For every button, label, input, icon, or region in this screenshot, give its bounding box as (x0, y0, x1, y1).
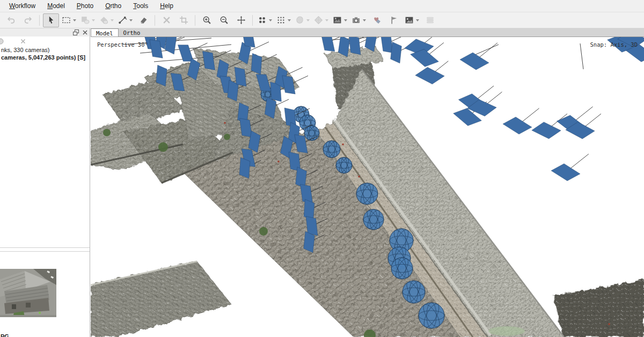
street-detail (277, 160, 280, 163)
workspace-tree-item-0[interactable]: nks, 330 cameras) (1, 46, 90, 54)
dropdown-arrow-icon[interactable] (288, 19, 291, 21)
tree-pointcloud (224, 134, 230, 140)
crop-button (175, 13, 192, 27)
ruler-icon (118, 16, 127, 25)
workspace-panel-header (0, 28, 90, 36)
dropdown-arrow-icon[interactable] (306, 19, 310, 21)
camera-plane-marker (415, 66, 445, 86)
street-detail (608, 323, 610, 325)
toolbar (0, 12, 644, 28)
tab-ortho[interactable]: Ortho (119, 28, 145, 36)
app-window: WorkflowModelPhotoOrthoToolsHelp nks, 33… (0, 0, 644, 337)
selection-tool-button[interactable] (43, 13, 59, 27)
redo-icon (24, 16, 33, 25)
menu-photo[interactable]: Photo (71, 1, 99, 11)
viewport-tabs: ModelOrtho (91, 28, 644, 37)
menu-help[interactable]: Help (154, 1, 179, 11)
dropdown-arrow-icon[interactable] (325, 19, 328, 21)
point-cloud-scene (91, 37, 644, 337)
rect-select-icon (62, 16, 71, 25)
zoom-in-icon (202, 16, 211, 25)
street-detail (358, 175, 360, 178)
camera-plane-marker (235, 66, 246, 87)
redo-button (20, 13, 36, 27)
image-icon (405, 16, 414, 25)
snap-label: Snap: Axis, 3D (590, 41, 638, 48)
region-icon (80, 16, 90, 25)
dropdown-arrow-icon[interactable] (269, 19, 272, 21)
dropdown-arrow-icon[interactable] (111, 19, 114, 21)
tree-pointcloud (259, 227, 268, 236)
delete-button (158, 13, 174, 27)
workspace-pane: nks, 330 cameras)cameras, 5,047,263 poin… (0, 28, 90, 337)
camera-plane-marker (503, 117, 532, 134)
zoom-out-button[interactable] (216, 13, 232, 27)
point-cloud-view-button[interactable] (256, 13, 274, 27)
toolbar-separator (195, 15, 195, 26)
camera-plane-marker (460, 53, 489, 70)
flag-icon (390, 16, 399, 25)
undo-button (3, 13, 19, 27)
solid-view-button (312, 13, 330, 27)
pale-green-patch (488, 326, 525, 336)
photo-caption: PG (1, 333, 9, 337)
panel-splitter[interactable] (0, 247, 90, 252)
menu-ortho[interactable]: Ortho (99, 1, 127, 11)
layers-icon (426, 16, 435, 25)
model-viewport[interactable]: Perspective 30° Snap: Axis, 3D (91, 37, 644, 337)
camera-plane-marker (321, 37, 335, 53)
camera-plane-marker (390, 42, 402, 63)
dropdown-arrow-icon[interactable] (344, 19, 347, 21)
menu-tools[interactable]: Tools (127, 1, 154, 11)
reset-view-icon (237, 16, 246, 25)
spherical-camera-marker (402, 280, 425, 304)
workspace-tree-item-1[interactable]: cameras, 5,047,263 points) [S] (1, 54, 90, 61)
close-panel-icon[interactable] (82, 29, 89, 36)
delete-icon (162, 16, 171, 25)
spherical-camera-marker (419, 302, 444, 329)
perspective-label: Perspective 30° (97, 41, 148, 48)
spherical-camera-marker (356, 182, 378, 205)
partial-circle-icon[interactable] (0, 38, 4, 45)
show-shapes-button[interactable] (369, 13, 385, 27)
menu-model[interactable]: Model (41, 1, 71, 11)
street-detail (224, 122, 226, 124)
photo-thumbnail[interactable] (0, 269, 56, 317)
dropdown-arrow-icon[interactable] (363, 19, 366, 21)
dots4-icon (258, 16, 267, 25)
remove-item-icon[interactable] (19, 38, 27, 45)
reset-view-button[interactable] (233, 13, 249, 27)
spherical-camera-marker (336, 157, 352, 174)
rectangle-selection-button[interactable] (60, 13, 78, 27)
shaded-icon (295, 16, 304, 25)
resize-region-button (79, 13, 97, 27)
show-markers-button[interactable] (386, 13, 402, 27)
camera-axis-line (580, 43, 583, 69)
rotate-icon (99, 16, 108, 25)
eraser-button[interactable] (135, 13, 151, 27)
layers-button (422, 13, 438, 27)
dropdown-arrow-icon[interactable] (129, 19, 133, 21)
zoom-in-button[interactable] (199, 13, 215, 27)
textured-view-button[interactable] (331, 13, 349, 27)
spherical-camera-marker (323, 140, 340, 158)
dropdown-arrow-icon[interactable] (416, 19, 419, 21)
dropdown-arrow-icon[interactable] (73, 19, 76, 21)
camera-plane-marker (531, 120, 561, 140)
show-images-button[interactable] (403, 13, 421, 27)
show-cameras-button[interactable] (350, 13, 368, 27)
spherical-camera-marker (363, 209, 384, 230)
float-panel-icon[interactable] (72, 29, 79, 36)
cursor-icon (47, 16, 56, 25)
ruler-button[interactable] (116, 13, 134, 27)
camera-icon (352, 16, 361, 25)
menu-bar: WorkflowModelPhotoOrthoToolsHelp (0, 0, 644, 12)
eraser-icon (139, 16, 148, 25)
workspace-toolbar (0, 36, 90, 46)
tab-model[interactable]: Model (91, 28, 119, 36)
menu-workflow[interactable]: Workflow (3, 1, 41, 11)
dense-cloud-view-button[interactable] (275, 13, 292, 27)
solid-icon (314, 16, 323, 25)
toolbar-separator (39, 15, 40, 26)
dropdown-arrow-icon[interactable] (92, 19, 95, 21)
